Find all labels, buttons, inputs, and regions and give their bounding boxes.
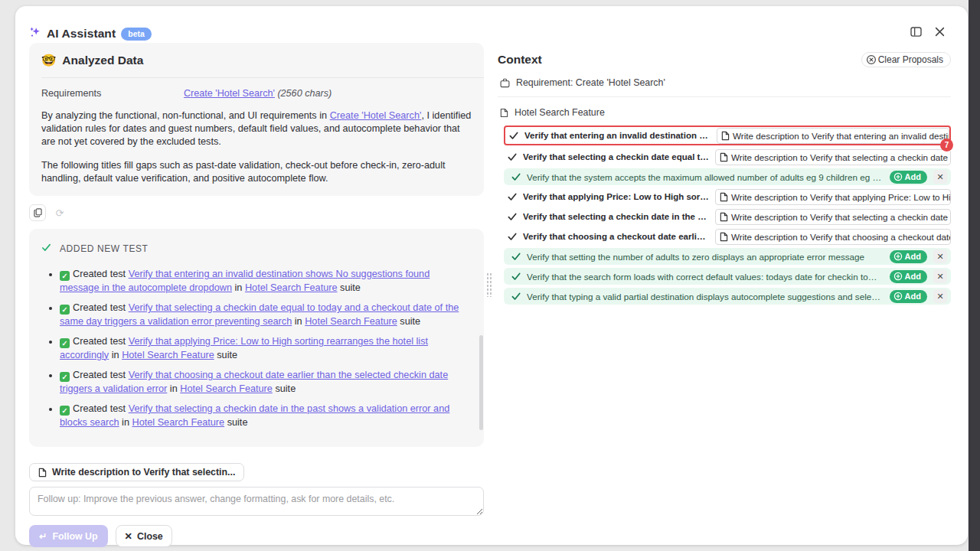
analyzed-data-card: 🤓Analyzed Data Requirements Create 'Hote…: [29, 43, 484, 196]
requirement-link[interactable]: Create 'Hotel Search': [184, 88, 275, 99]
file-icon: [720, 192, 728, 202]
write-description-chip[interactable]: Write description to Verify that applyin…: [715, 189, 951, 205]
close-button[interactable]: ✕Close: [116, 525, 172, 547]
add-button[interactable]: Add: [890, 171, 927, 184]
close-icon: ✕: [125, 530, 132, 542]
created-test-item: Created test Verify that choosing a chec…: [60, 369, 472, 396]
highlighted-proposal: Verify that entering an invalid destinat…: [504, 126, 951, 145]
write-description-chip[interactable]: Write description to Verify that selecti…: [29, 463, 244, 481]
add-button[interactable]: Add: [890, 270, 927, 283]
divider: [41, 77, 484, 78]
context-test-row: Verify that setting the number of adults…: [504, 248, 951, 265]
success-check-icon: [60, 372, 70, 382]
test-title: Verify that setting the number of adults…: [527, 252, 884, 262]
created-test-item: Created test Verify that selecting a che…: [60, 403, 472, 429]
check-icon: [41, 242, 51, 256]
check-icon: [511, 173, 521, 181]
follow-up-input[interactable]: [29, 487, 484, 516]
follow-up-button[interactable]: ↵Follow Up: [29, 525, 108, 547]
panel-resize-handle[interactable]: [486, 272, 492, 297]
analysis-paragraph-1: By analyzing the functional, non-functio…: [41, 109, 472, 148]
circle-plus-icon: [893, 172, 903, 181]
created-test-item: Created test Verify that entering an inv…: [60, 268, 472, 295]
dialog-header: AI Assistant beta: [29, 26, 152, 41]
check-icon: [509, 132, 518, 140]
hotel-search-link[interactable]: Create 'Hotel Search': [330, 110, 422, 121]
context-test-row: Verify that the search form loads with c…: [504, 268, 951, 285]
check-icon: [508, 213, 517, 221]
write-description-chip[interactable]: Write description to Verify that enterin…: [717, 128, 949, 144]
highlight-count-badge: 7: [940, 139, 953, 152]
success-check-icon: [60, 271, 70, 281]
circle-plus-icon: [893, 272, 903, 281]
test-title: Verify that entering an invalid destinat…: [524, 131, 710, 140]
file-icon: [721, 131, 730, 141]
context-test-row: Verify that typing a valid partial desti…: [504, 288, 951, 305]
dismiss-button[interactable]: ✕: [933, 170, 947, 184]
analyzed-emoji: 🤓: [41, 54, 56, 67]
regenerate-button[interactable]: ⟳: [51, 204, 68, 221]
context-requirement-row: Requirement: Create 'Hotel Search': [498, 77, 951, 88]
add-button[interactable]: Add: [890, 250, 927, 263]
write-description-chip[interactable]: Write description to Verify that choosin…: [715, 229, 951, 245]
add-button[interactable]: Add: [890, 290, 927, 303]
context-test-row: Verify that selecting a checkin date in …: [504, 208, 951, 225]
check-icon: [511, 292, 521, 301]
write-description-chip[interactable]: Write description to Verify that selecti…: [715, 149, 951, 165]
context-test-row: Verify that selecting a checkin date equ…: [504, 148, 951, 165]
context-test-row: Verify that the system accepts the maxim…: [504, 168, 951, 185]
side-panel-toggle-icon[interactable]: [910, 27, 922, 37]
beta-badge: beta: [121, 28, 152, 41]
test-title: Verify that choosing a checkout date ear…: [523, 232, 709, 241]
context-test-row: Verify that applying Price: Low to High …: [504, 188, 951, 205]
check-icon: [511, 272, 521, 281]
left-scrollbar-thumb[interactable]: [479, 335, 483, 430]
check-icon: [508, 193, 517, 201]
test-title: Verify that the search form loads with c…: [527, 272, 884, 282]
enter-icon: ↵: [39, 530, 47, 542]
file-icon: [500, 108, 508, 118]
success-check-icon: [60, 406, 70, 416]
write-description-chip[interactable]: Write description to Verify that selecti…: [715, 209, 951, 225]
circle-plus-icon: [893, 292, 903, 301]
dismiss-button[interactable]: ✕: [933, 249, 947, 263]
context-panel: Context Clear Proposals Requirement: Cre…: [498, 52, 951, 305]
test-title: Verify that applying Price: Low to High …: [523, 192, 709, 201]
success-check-icon: [60, 338, 70, 348]
suite-link[interactable]: Hotel Search Feature: [305, 316, 397, 327]
suite-link[interactable]: Hotel Search Feature: [245, 282, 338, 293]
added-new-test-title: ADDED NEW TEST: [60, 243, 149, 254]
file-icon: [720, 212, 728, 222]
file-icon: [720, 232, 728, 242]
test-title: Verify that the system accepts the maxim…: [527, 172, 884, 182]
file-icon: [720, 152, 728, 162]
suite-link[interactable]: Hotel Search Feature: [122, 350, 214, 360]
analysis-paragraph-2: The following titles fill gaps such as p…: [41, 159, 472, 185]
dismiss-button[interactable]: ✕: [933, 289, 947, 303]
test-title: Verify that selecting a checkin date in …: [523, 212, 709, 221]
dismiss-button[interactable]: ✕: [933, 269, 947, 283]
created-test-item: Created test Verify that applying Price:…: [60, 335, 472, 362]
assistant-response-panel: 🤓Analyzed Data Requirements Create 'Hote…: [29, 43, 484, 547]
background-right-strip: [969, 0, 980, 551]
suite-link[interactable]: Hotel Search Feature: [132, 417, 225, 428]
success-check-icon: [60, 305, 70, 315]
briefcase-icon: [500, 78, 510, 88]
added-new-test-card: ADDED NEW TEST Created test Verify that …: [29, 229, 484, 447]
context-feature-row: Hotel Search Feature: [498, 107, 951, 118]
test-title: Verify that typing a valid partial desti…: [527, 292, 884, 302]
requirements-label: Requirements: [41, 88, 184, 99]
check-icon: [511, 253, 521, 261]
clear-proposals-button[interactable]: Clear Proposals: [861, 52, 951, 67]
test-title: Verify that selecting a checkin date equ…: [523, 152, 709, 161]
requirement-chars: (2560 chars): [275, 88, 332, 99]
context-title: Context: [498, 53, 542, 67]
copy-button[interactable]: [29, 204, 46, 221]
context-test-row: Verify that choosing a checkout date ear…: [504, 228, 951, 245]
requirements-value: Create 'Hotel Search' (2560 chars): [184, 88, 332, 99]
analyzed-data-title: 🤓Analyzed Data: [41, 54, 472, 67]
circle-plus-icon: [893, 252, 903, 261]
circle-x-icon: [866, 54, 877, 65]
suite-link[interactable]: Hotel Search Feature: [180, 383, 273, 394]
close-dialog-icon[interactable]: [935, 27, 945, 37]
